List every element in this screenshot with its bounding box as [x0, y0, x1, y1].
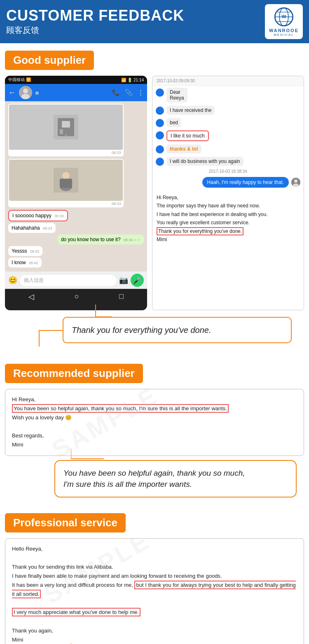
svg-rect-13 [60, 129, 63, 134]
phone-nav-icons: 📞 📎 ⋮ [112, 89, 144, 96]
chat-msg-bubble: DearReeya [166, 88, 187, 102]
email-body-right: Hi Reeya, The importer says they have al… [152, 189, 304, 246]
back-nav-icon: ◁ [28, 292, 34, 301]
camera-icon: 📷 [119, 276, 128, 285]
contact-avatar [19, 86, 32, 99]
email-line1: The importer says they have all they nee… [157, 202, 300, 210]
chat-msg-received: I have received the [152, 104, 304, 116]
phone-status-icons: 📶 🔋 21:14 [121, 78, 144, 82]
svg-rect-18 [60, 179, 72, 188]
email-line2: I have had the best experience in dealin… [157, 210, 300, 219]
logo-globe-icon: W [274, 7, 294, 27]
svg-point-8 [23, 88, 28, 93]
phone-nav-bar: ← n 📞 📎 ⋮ [5, 84, 147, 101]
chat-msg-bubble: I have received the [166, 106, 215, 115]
sender-dot [156, 158, 164, 166]
chat-bubble-yessss: Yessss 08:42 [8, 246, 144, 256]
email-timestamp: 2017-10-03 18:38:34 [152, 169, 304, 174]
chat-msg-bubble: I will do business with you again [166, 157, 243, 166]
rec-wish: Wish you a lovely day 😊 [12, 413, 297, 422]
phone-screenshot: 中国移动 🛜 📶 🔋 21:14 ← n 📞 📎 ⋮ [5, 76, 147, 310]
svg-point-14 [65, 134, 67, 137]
back-arrow-icon: ← [8, 88, 16, 97]
contact-name: n [35, 90, 109, 96]
chat-image-area: 08:33 08:33 [5, 101, 147, 272]
reply-bubble: Haah, I'm really happy to hear that. [202, 177, 289, 188]
rec-regards: Best regards, [12, 431, 297, 440]
professional-label: Professional service [5, 513, 126, 532]
recommended-email-box: SAMPLE Hi Reeya, You have been so helpfu… [5, 389, 304, 456]
chat-msg-bubble: bed [166, 118, 181, 127]
professional-email-box: SAMPLE Hello Reeya, Thank you for sendin… [5, 538, 304, 644]
logo-text: WANROOE [269, 28, 299, 33]
email-greeting: Hi Reeya, [157, 193, 300, 202]
svg-point-20 [294, 179, 297, 183]
sender-dot [156, 119, 164, 127]
chat-date-header: 2017-10-03 09:09:30 [152, 76, 304, 86]
chat-bubble-happyy: I soooooo happyy 08:33 [8, 210, 144, 221]
home-nav-icon: ○ [75, 292, 79, 301]
header-titles: CUSTOMER FEEDBACK 顾客反馈 [6, 7, 184, 36]
email-sender: Mimi [157, 235, 300, 244]
recent-nav-icon: □ [119, 292, 124, 301]
page-header: CUSTOMER FEEDBACK 顾客反馈 W WANROOE MEDICAL [0, 0, 309, 43]
chat-msg-bubble-highlighted: I like it so much [166, 130, 209, 141]
prof-closing-sender: Mimi [12, 635, 297, 644]
prof-closing-thanks: Thank you again, [12, 626, 297, 635]
good-supplier-content: 中国移动 🛜 📶 🔋 21:14 ← n 📞 📎 ⋮ [5, 76, 304, 310]
chat-msg-like: I like it so much [152, 129, 304, 143]
chat-msg-business: I will do business with you again [152, 155, 304, 167]
rec-highlight-line: You have been so helpful again, thank yo… [12, 404, 297, 413]
recommended-label: Recommended supplier [5, 364, 143, 383]
good-supplier-quote-container: Thank you for everything you've done. [5, 317, 304, 343]
chat-msg-dear: DearReeya [152, 86, 304, 104]
chat-bubble-haha: Hahahahaha 08:33 [8, 223, 144, 233]
prof-line2: I have finally been able to make payment… [12, 572, 297, 581]
right-chat-panel: 2017-10-03 09:09:30 DearReeya I have rec… [152, 76, 304, 310]
email-line3: You really give excellent customer servi… [157, 219, 300, 227]
email-highlight: Thank you for everything you've done. [157, 227, 300, 235]
phone-nav-bottom: ◁ ○ □ [5, 289, 147, 305]
chat-input-field[interactable]: 插入信息 [20, 275, 117, 286]
chat-bubble-iknow: I know 08:42 [8, 258, 144, 267]
sender-dot [156, 131, 164, 139]
svg-text:W: W [281, 14, 286, 19]
phone-icon: 📞 [112, 89, 120, 96]
prof-highlight: I very much appreciate what you've done … [12, 608, 297, 617]
svg-rect-12 [62, 121, 70, 128]
phone-input-bar: 😊 插入信息 📷 🎤 [5, 272, 147, 289]
prof-line3: It has been a very long and difficult pr… [12, 581, 297, 599]
good-supplier-label: Good supplier [5, 51, 94, 70]
phone-status-bar: 中国移动 🛜 📶 🔋 21:14 [5, 76, 147, 84]
attach-icon: 📎 [125, 89, 133, 96]
svg-point-16 [62, 172, 70, 179]
logo-box: W WANROOE MEDICAL [265, 4, 303, 39]
device-image-icon [54, 115, 78, 139]
sender-dot [156, 145, 164, 153]
recommended-quote: You have been so helpful again, thank yo… [54, 460, 297, 498]
mic-button[interactable]: 🎤 [131, 274, 144, 287]
reply-row: Haah, I'm really happy to hear that. [152, 175, 304, 189]
sender-dot [156, 88, 164, 97]
professional-service-section: Professional service SAMPLE Hello Reeya,… [0, 506, 309, 644]
rec-greeting: Hi Reeya, [12, 395, 297, 404]
menu-icon: ⋮ [138, 89, 144, 96]
phone-carrier: 中国移动 🛜 [8, 77, 31, 83]
sender-dot [156, 107, 164, 115]
header-title-en: CUSTOMER FEEDBACK [6, 7, 184, 24]
rec-sender: Mimi [12, 440, 297, 449]
person-image-icon [54, 168, 78, 193]
prof-greeting: Hello Reeya, [12, 544, 297, 553]
header-title-cn: 顾客反馈 [6, 25, 184, 36]
recommended-supplier-section: Recommended supplier SAMPLE Hi Reeya, Yo… [0, 356, 309, 498]
good-supplier-section: Good supplier 中国移动 🛜 📶 🔋 21:14 ← n 📞 📎 ⋮ [0, 43, 309, 343]
reply-avatar [291, 178, 300, 187]
chat-msg-bed: bed [152, 116, 304, 129]
chat-msg-bubble: thanks & lot [166, 144, 201, 153]
chat-bubble-doyouknow: do you know how to use it? 08:34 ✓✓ [8, 235, 144, 244]
logo-sub: MEDICAL [274, 33, 294, 37]
chat-msg-thanks: thanks & lot [152, 143, 304, 155]
emoji-icon: 😊 [8, 276, 17, 285]
good-supplier-quote: Thank you for everything you've done. [63, 317, 292, 343]
recommended-quote-container: You have been so helpful again, thank yo… [5, 460, 304, 498]
